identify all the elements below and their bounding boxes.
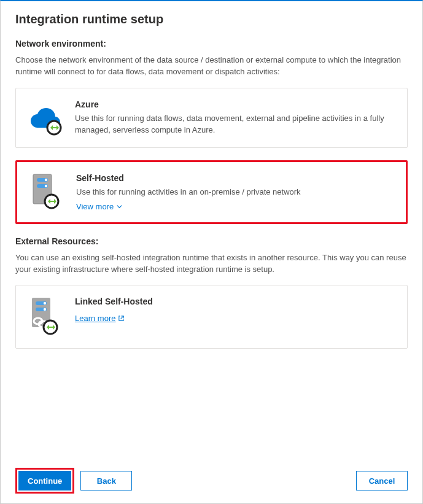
linked-title: Linked Self-Hosted bbox=[75, 297, 396, 306]
svg-point-12 bbox=[44, 308, 46, 311]
self-hosted-title: Self-Hosted bbox=[76, 173, 395, 183]
azure-cloud-icon bbox=[27, 99, 64, 136]
card-azure[interactable]: Azure Use this for running data flows, d… bbox=[15, 88, 408, 148]
network-label: Network environment: bbox=[15, 39, 408, 48]
card-self-hosted[interactable]: Self-Hosted Use this for running activit… bbox=[15, 160, 408, 224]
external-description: You can use an existing self-hosted inte… bbox=[15, 252, 408, 276]
chevron-down-icon bbox=[116, 203, 123, 210]
linked-server-icon bbox=[27, 297, 64, 337]
azure-description: Use this for running data flows, data mo… bbox=[75, 113, 396, 136]
network-description: Choose the network environment of the da… bbox=[15, 55, 408, 78]
view-more-link[interactable]: View more bbox=[76, 202, 123, 211]
back-button[interactable]: Back bbox=[80, 471, 132, 490]
view-more-label: View more bbox=[76, 202, 114, 211]
page-title: Integration runtime setup bbox=[15, 12, 408, 26]
continue-button[interactable]: Continue bbox=[18, 471, 71, 490]
learn-more-link[interactable]: Learn more bbox=[75, 314, 125, 323]
card-linked-self-hosted[interactable]: Linked Self-Hosted Learn more bbox=[15, 285, 408, 349]
azure-title: Azure bbox=[75, 99, 396, 109]
svg-point-4 bbox=[45, 178, 47, 180]
learn-more-label: Learn more bbox=[75, 314, 115, 323]
self-hosted-description: Use this for running activities in an on… bbox=[76, 187, 395, 198]
svg-point-10 bbox=[44, 302, 46, 304]
continue-highlight: Continue bbox=[15, 468, 74, 494]
footer: Continue Back Cancel bbox=[15, 462, 408, 494]
cancel-button[interactable]: Cancel bbox=[356, 471, 408, 490]
external-link-icon bbox=[118, 315, 125, 322]
svg-point-6 bbox=[45, 184, 47, 187]
server-icon bbox=[28, 173, 65, 211]
external-label: External Resources: bbox=[15, 236, 408, 246]
